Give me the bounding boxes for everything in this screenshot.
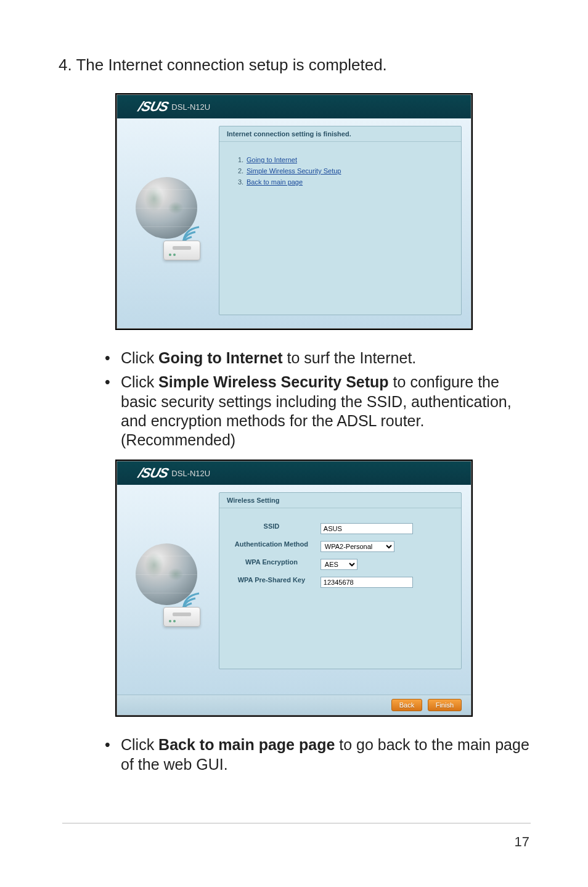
asus-logo: /SUS xyxy=(139,465,168,481)
list-item: 3.Back to main page xyxy=(238,176,443,188)
key-label: WPA Pre-Shared Key xyxy=(226,576,317,588)
link-going-to-internet[interactable]: Going to Internet xyxy=(247,156,297,163)
content-panel: Internet connection setting is finished.… xyxy=(219,126,462,315)
model-label: DSL-N12U xyxy=(171,102,210,112)
sidebar-illustration xyxy=(117,118,216,328)
content-panel: Wireless Setting SSID Authentication Met… xyxy=(219,492,462,669)
list-item: 1.Going to Internet xyxy=(238,154,443,165)
instruction-item: Click Simple Wireless Security Setup to … xyxy=(105,373,529,450)
ssid-label: SSID xyxy=(226,522,317,534)
instruction-item: Click Going to Internet to surf the Inte… xyxy=(105,349,529,368)
screenshot-header: /SUS DSL-N12U xyxy=(117,461,471,485)
enc-select[interactable]: AES xyxy=(321,559,357,570)
ssid-input[interactable] xyxy=(321,523,413,534)
model-label: DSL-N12U xyxy=(171,469,210,478)
asus-logo: /SUS xyxy=(139,99,168,115)
panel-title: Internet connection setting is finished. xyxy=(219,126,461,142)
key-input[interactable] xyxy=(321,577,413,588)
auth-select[interactable]: WPA2-Personal xyxy=(321,541,394,552)
instruction-list: Click Back to main page page to go back … xyxy=(59,735,529,774)
screenshot-wireless-setting: /SUS DSL-N12U Wireless Setting xyxy=(115,460,473,717)
enc-label: WPA Encryption xyxy=(226,558,317,570)
sidebar-illustration xyxy=(117,485,216,695)
back-button[interactable]: Back xyxy=(391,699,422,711)
finish-button[interactable]: Finish xyxy=(428,699,462,711)
router-icon xyxy=(163,241,200,260)
step-text: 4. The Internet connection setup is comp… xyxy=(59,56,529,75)
list-item: 2.Simple Wireless Security Setup xyxy=(238,165,443,176)
link-back-to-main[interactable]: Back to main page xyxy=(247,178,303,186)
screenshot-connection-finished: /SUS DSL-N12U Internet connection se xyxy=(115,93,473,330)
instruction-list: Click Going to Internet to surf the Inte… xyxy=(59,349,529,450)
auth-label: Authentication Method xyxy=(226,540,317,552)
footer-bar: Back Finish xyxy=(117,695,471,715)
instruction-item: Click Back to main page page to go back … xyxy=(105,735,529,774)
router-icon xyxy=(163,607,200,627)
panel-title: Wireless Setting xyxy=(219,493,461,508)
link-simple-wireless-setup[interactable]: Simple Wireless Security Setup xyxy=(247,167,341,175)
screenshot-header: /SUS DSL-N12U xyxy=(117,95,471,118)
page-number: 17 xyxy=(515,834,529,850)
